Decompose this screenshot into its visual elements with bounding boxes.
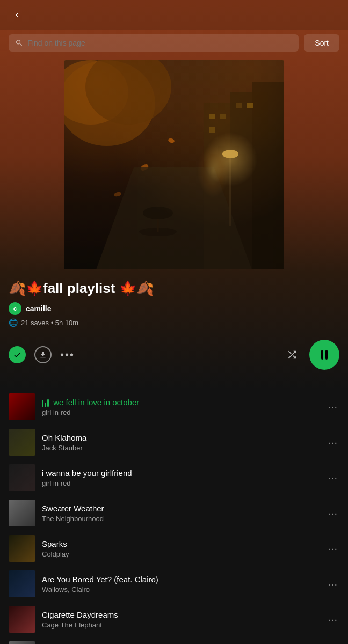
track-info: Sweater Weather The Neighbourhood bbox=[42, 504, 320, 523]
track-more-button[interactable]: ··· bbox=[326, 611, 339, 628]
track-more-button[interactable]: ··· bbox=[326, 576, 339, 592]
track-info: i wanna be your girlfriend girl in red bbox=[42, 469, 320, 487]
track-thumbnail bbox=[9, 535, 35, 562]
play-pause-button[interactable] bbox=[309, 340, 339, 370]
track-artist: Wallows, Clairo bbox=[42, 586, 320, 594]
svg-rect-8 bbox=[247, 103, 253, 108]
header-background: Sort bbox=[0, 0, 348, 389]
track-list: we fell in love in october girl in red ·… bbox=[0, 389, 348, 644]
globe-icon: 🌐 bbox=[9, 318, 18, 327]
svg-point-21 bbox=[143, 207, 173, 219]
svg-rect-6 bbox=[209, 127, 215, 133]
svg-rect-7 bbox=[236, 103, 242, 108]
track-item[interactable]: Cigarette Daydreams Cage The Elephant ··… bbox=[0, 602, 348, 637]
track-item[interactable]: Sweater Weather The Neighbourhood ··· bbox=[0, 495, 348, 531]
playlist-cover bbox=[64, 60, 284, 269]
track-thumbnail bbox=[9, 570, 35, 597]
track-thumbnail bbox=[9, 464, 35, 491]
cover-art-inner bbox=[64, 60, 284, 269]
author-name: camille bbox=[26, 304, 51, 313]
svg-rect-4 bbox=[209, 114, 215, 119]
track-more-button[interactable]: ··· bbox=[326, 470, 339, 486]
track-artist: Cage The Elephant bbox=[42, 621, 320, 629]
author-avatar: c bbox=[9, 302, 21, 315]
top-nav bbox=[0, 0, 348, 30]
track-artist: Jack Stauber bbox=[42, 444, 320, 452]
track-info: Are You Bored Yet? (feat. Clairo) Wallow… bbox=[42, 575, 320, 594]
track-info: Cigarette Daydreams Cage The Elephant bbox=[42, 610, 320, 629]
track-thumbnail bbox=[9, 641, 35, 644]
track-item[interactable]: Are You Bored Yet? (feat. Clairo) Wallow… bbox=[0, 566, 348, 602]
track-item[interactable]: Sparks Coldplay ··· bbox=[0, 531, 348, 566]
track-more-button[interactable]: ··· bbox=[326, 540, 339, 557]
track-artist: girl in red bbox=[42, 408, 320, 416]
download-button[interactable] bbox=[34, 346, 52, 363]
track-artist: girl in red bbox=[42, 479, 320, 487]
track-thumbnail bbox=[9, 393, 35, 420]
track-info: Sparks Coldplay bbox=[42, 539, 320, 558]
track-name: Are You Bored Yet? (feat. Clairo) bbox=[42, 575, 320, 584]
track-thumbnail bbox=[9, 606, 35, 633]
track-item[interactable]: Oh Klahoma Jack Stauber ··· bbox=[0, 425, 348, 460]
track-artist: The Neighbourhood bbox=[42, 515, 320, 523]
playing-bars bbox=[42, 399, 49, 407]
search-input[interactable] bbox=[27, 39, 292, 47]
more-options-button[interactable]: ••• bbox=[60, 349, 75, 361]
playlist-title: 🍂🍁fall playlist 🍁🍂 bbox=[9, 280, 339, 297]
svg-rect-5 bbox=[220, 114, 226, 119]
search-input-wrap[interactable] bbox=[9, 34, 299, 52]
track-name: i wanna be your girlfriend bbox=[42, 469, 320, 478]
track-info: we fell in love in october girl in red bbox=[42, 398, 320, 416]
track-name: Sparks bbox=[42, 539, 320, 548]
track-item[interactable]: Coffee Breath Sofia Mills ··· bbox=[0, 637, 348, 644]
track-artist: Coldplay bbox=[42, 550, 320, 558]
track-name: we fell in love in october bbox=[42, 398, 320, 407]
controls-row: ••• bbox=[0, 335, 348, 378]
track-info: Oh Klahoma Jack Stauber bbox=[42, 433, 320, 452]
svg-point-18 bbox=[204, 133, 257, 186]
sort-button[interactable]: Sort bbox=[304, 34, 339, 52]
search-icon bbox=[15, 39, 23, 47]
track-item[interactable]: i wanna be your girlfriend girl in red ·… bbox=[0, 460, 348, 495]
track-more-button[interactable]: ··· bbox=[326, 434, 339, 451]
playlist-author: c camille bbox=[9, 302, 339, 315]
track-item[interactable]: we fell in love in october girl in red ·… bbox=[0, 389, 348, 425]
playlist-info: 🍂🍁fall playlist 🍁🍂 c camille 🌐 21 saves … bbox=[0, 280, 348, 335]
back-button[interactable] bbox=[9, 6, 26, 24]
track-name: Cigarette Daydreams bbox=[42, 610, 320, 619]
liked-button[interactable] bbox=[9, 346, 26, 363]
track-thumbnail bbox=[9, 500, 35, 526]
playlist-meta: 🌐 21 saves • 5h 10m bbox=[9, 318, 339, 327]
pause-icon bbox=[321, 350, 328, 360]
search-bar: Sort bbox=[0, 30, 348, 60]
track-more-button[interactable]: ··· bbox=[326, 399, 339, 415]
cover-art-wrapper bbox=[0, 60, 348, 280]
track-name: Sweater Weather bbox=[42, 504, 320, 513]
track-more-button[interactable]: ··· bbox=[326, 505, 339, 522]
track-name: Oh Klahoma bbox=[42, 433, 320, 442]
shuffle-button[interactable] bbox=[284, 346, 301, 363]
track-thumbnail bbox=[9, 429, 35, 456]
svg-rect-3 bbox=[252, 82, 284, 269]
